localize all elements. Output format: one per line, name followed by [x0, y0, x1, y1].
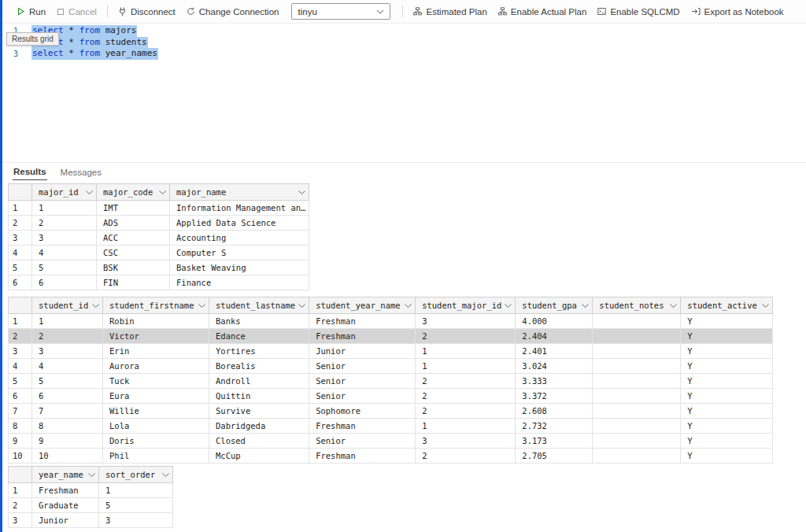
table-row[interactable]: 88LolaDabridgedaFreshman12.732Y	[9, 419, 773, 434]
grid-cell[interactable]: Robin	[103, 314, 209, 329]
grid-cell[interactable]: 3	[416, 434, 516, 449]
table-row[interactable]: 22ADSApplied Data Science	[9, 216, 309, 231]
grid-cell[interactable]: Y	[681, 449, 773, 464]
table-row[interactable]: 55TuckAndrollSenior23.333Y	[9, 374, 773, 389]
grid-cell[interactable]	[593, 314, 681, 329]
grid-cell[interactable]: 9	[32, 434, 103, 449]
grid-cell[interactable]: 6	[32, 389, 103, 404]
grid-cell[interactable]: Y	[681, 344, 773, 359]
grid-cell[interactable]: Y	[681, 419, 773, 434]
grid-cell[interactable]: Quittin	[209, 389, 309, 404]
grid-cell[interactable]: 1	[32, 201, 97, 216]
column-header-student_active[interactable]: student_active	[681, 297, 773, 314]
grid-cell[interactable]: 3	[99, 513, 173, 528]
column-filter-chevron-icon[interactable]	[86, 190, 93, 194]
grid-cell[interactable]: 3	[416, 314, 516, 329]
grid-cell[interactable]: 1	[416, 344, 516, 359]
column-filter-chevron-icon[interactable]	[162, 473, 169, 477]
grid-cell[interactable]: 2.404	[516, 329, 593, 344]
grid-cell[interactable]: Computer S	[170, 246, 309, 260]
grid-cell[interactable]: Yortires	[209, 344, 309, 359]
grid-cell[interactable]: Dabridgeda	[209, 419, 309, 434]
column-filter-chevron-icon[interactable]	[159, 190, 166, 194]
grid-cell[interactable]: 5	[32, 374, 103, 389]
grid-cell[interactable]	[593, 389, 681, 404]
grid-cell[interactable]: Eura	[103, 389, 209, 404]
row-number-cell[interactable]: 10	[9, 449, 32, 464]
grid-cell[interactable]: Senior	[309, 374, 416, 389]
table-row[interactable]: 3Junior3	[9, 513, 173, 528]
grid-cell[interactable]: 2.401	[516, 344, 593, 359]
column-filter-chevron-icon[interactable]	[405, 304, 412, 308]
cancel-button[interactable]: Cancel	[51, 3, 102, 20]
table-row[interactable]: 2Graduate5	[9, 498, 173, 513]
connection-dropdown[interactable]: tinyu	[291, 3, 390, 20]
grid-cell[interactable]: Y	[681, 404, 773, 419]
column-filter-chevron-icon[interactable]	[298, 190, 305, 194]
grid-corner-cell[interactable]	[9, 297, 32, 314]
grid-cell[interactable]: Accounting	[170, 231, 309, 246]
grid-cell[interactable]: 4	[32, 359, 103, 374]
table-row[interactable]: 55BSKBasket Weaving	[9, 260, 309, 275]
grid-cell[interactable]	[593, 374, 681, 389]
grid-cell[interactable]: 3	[32, 344, 103, 359]
row-number-cell[interactable]: 4	[9, 246, 32, 260]
grid-cell[interactable]: Senior	[309, 389, 416, 404]
enable-actual-plan-button[interactable]: Enable Actual Plan	[493, 3, 593, 20]
row-number-cell[interactable]: 5	[9, 260, 32, 275]
grid-cell[interactable]: Y	[681, 389, 773, 404]
grid-cell[interactable]: Finance	[170, 275, 309, 290]
grid-cell[interactable]	[593, 344, 681, 359]
grid-cell[interactable]: Freshman	[309, 449, 416, 464]
grid-cell[interactable]: IMT	[97, 201, 170, 216]
grid-cell[interactable]: Sophomore	[309, 404, 416, 419]
grid-cell[interactable]	[593, 449, 681, 464]
row-number-cell[interactable]: 3	[9, 344, 32, 359]
table-row[interactable]: 11RobinBanksFreshman34.000Y	[9, 314, 773, 329]
grid-corner-cell[interactable]	[9, 467, 32, 483]
yearnames-result-grid[interactable]: year_namesort_order1Freshman12Graduate53…	[8, 466, 173, 528]
grid-cell[interactable]: 2	[32, 216, 97, 231]
enable-sqlcmd-button[interactable]: Enable SQLCMD	[592, 3, 685, 20]
grid-cell[interactable]: Lola	[103, 419, 209, 434]
column-filter-chevron-icon[interactable]	[88, 473, 95, 477]
change-connection-button[interactable]: Change Connection	[181, 3, 285, 20]
grid-cell[interactable]: 3.333	[516, 374, 593, 389]
row-number-cell[interactable]: 4	[9, 359, 32, 374]
grid-cell[interactable]: Y	[681, 359, 773, 374]
majors-result-grid[interactable]: major_idmajor_codemajor_name11IMTInforma…	[8, 183, 309, 290]
grid-cell[interactable]: 1	[99, 483, 173, 498]
grid-cell[interactable]: Freshman	[309, 314, 416, 329]
column-filter-chevron-icon[interactable]	[198, 304, 205, 308]
grid-cell[interactable]: Y	[681, 434, 773, 449]
disconnect-button[interactable]: Disconnect	[113, 3, 181, 20]
grid-cell[interactable]: Y	[681, 374, 773, 389]
grid-cell[interactable]: Borealis	[209, 359, 309, 374]
grid-cell[interactable]: Tuck	[103, 374, 209, 389]
grid-cell[interactable]: Junior	[309, 344, 416, 359]
grid-cell[interactable]: 3.173	[516, 434, 593, 449]
grid-cell[interactable]: 5	[32, 260, 97, 275]
grid-cell[interactable]: Androll	[209, 374, 309, 389]
grid-cell[interactable]: 4	[32, 246, 97, 260]
row-number-cell[interactable]: 2	[9, 216, 32, 231]
grid-cell[interactable]: 2.705	[516, 449, 593, 464]
grid-cell[interactable]: Freshman	[309, 329, 416, 344]
grid-cell[interactable]	[593, 419, 681, 434]
editor-line[interactable]: 2 select * from students	[0, 37, 806, 49]
grid-cell[interactable]: 2	[416, 329, 516, 344]
grid-cell[interactable]: 3.024	[516, 359, 593, 374]
grid-cell[interactable]	[593, 329, 681, 344]
column-filter-chevron-icon[interactable]	[582, 304, 589, 308]
table-row[interactable]: 33ErinYortiresJunior12.401Y	[9, 344, 773, 359]
editor-line[interactable]: 3 select * from year_names	[0, 48, 806, 60]
column-header-year_name[interactable]: year_name	[32, 467, 99, 483]
grid-cell[interactable]: Willie	[103, 404, 209, 419]
column-header-student_id[interactable]: student_id	[32, 297, 103, 314]
table-row[interactable]: 66FINFinance	[9, 275, 309, 290]
grid-cell[interactable]: Information Management an…	[170, 201, 309, 216]
grid-cell[interactable]: 5	[99, 498, 173, 513]
grid-cell[interactable]: Closed	[209, 434, 309, 449]
column-header-sort_order[interactable]: sort_order	[99, 467, 173, 483]
grid-cell[interactable]	[593, 434, 681, 449]
